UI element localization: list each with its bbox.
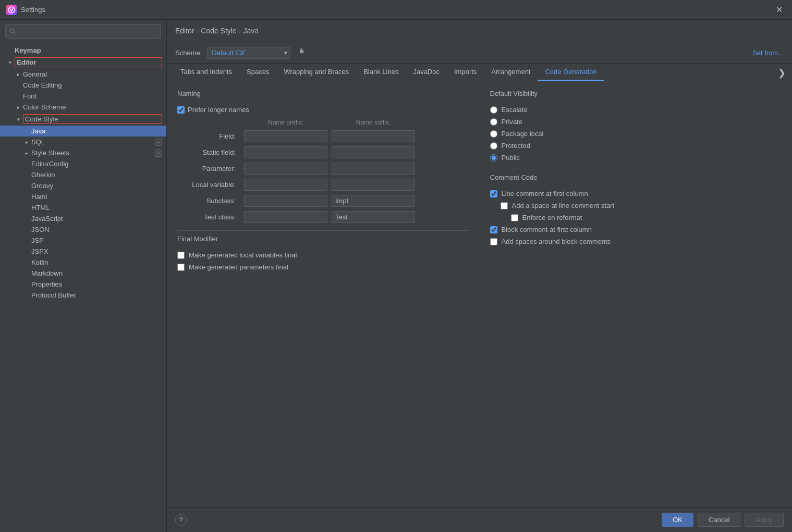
escalate-label: Escalate — [502, 106, 528, 114]
public-radio[interactable] — [490, 154, 497, 162]
sidebar-item-jspx[interactable]: JSPX — [0, 246, 166, 257]
sidebar-item-properties[interactable]: Properties — [0, 279, 166, 290]
tab-spaces[interactable]: Spaces — [239, 64, 276, 81]
line-comment-first-col-label: Line comment at first column — [502, 190, 588, 197]
escalate-radio[interactable] — [490, 106, 497, 114]
sidebar-item-font[interactable]: Font — [0, 91, 166, 102]
private-radio[interactable] — [490, 118, 497, 126]
sidebar-item-code-editing[interactable]: Code Editing — [0, 80, 166, 91]
field-suffix-input[interactable] — [332, 130, 415, 142]
prefer-longer-checkbox[interactable] — [177, 106, 185, 114]
add-space-line-comment-label: Add a space at line comment start — [512, 202, 615, 209]
tab-javadoc[interactable]: JavaDoc — [406, 64, 447, 81]
divider-1 — [177, 230, 469, 231]
sidebar-item-javascript[interactable]: JavaScript — [0, 213, 166, 224]
sidebar-item-json[interactable]: JSON — [0, 224, 166, 235]
search-input[interactable] — [18, 28, 156, 35]
block-comment-first-col-item: Block comment at first column — [490, 226, 782, 233]
tab-code-generation[interactable]: Code Generation — [538, 64, 604, 81]
final-local-vars-checkbox[interactable] — [177, 252, 185, 259]
tab-imports[interactable]: Imports — [447, 64, 484, 81]
sidebar-tree: Keymap ▾ Editor ▸ General Code Editing — [0, 43, 166, 532]
back-button[interactable]: ← — [752, 25, 767, 36]
block-comment-first-col-checkbox[interactable] — [490, 226, 497, 233]
titlebar: Settings ✕ — [0, 0, 792, 20]
visibility-protected: Protected — [490, 142, 782, 150]
param-prefix-input[interactable] — [244, 163, 327, 175]
scheme-label: Scheme: — [175, 49, 202, 57]
settings-window: Settings ✕ Keymap — [0, 0, 792, 532]
tab-blank-lines[interactable]: Blank Lines — [356, 64, 406, 81]
line-comment-first-col-checkbox[interactable] — [490, 190, 497, 197]
comment-code-title: Comment Code — [490, 174, 782, 183]
protected-label: Protected — [502, 142, 531, 150]
tab-arrangement[interactable]: Arrangement — [484, 64, 538, 81]
apply-button[interactable]: Apply — [745, 513, 784, 527]
nav-arrows: ← → — [752, 25, 784, 36]
sidebar-item-markdown[interactable]: Markdown — [0, 268, 166, 279]
sidebar-item-keymap[interactable]: Keymap — [0, 45, 166, 56]
right-col: Default Visibility Escalate Private — [490, 90, 782, 271]
static-suffix-input[interactable] — [332, 146, 415, 158]
sidebar-item-gherkin[interactable]: Gherkin — [0, 169, 166, 180]
naming-testclass-label: Test class: — [177, 213, 240, 221]
two-col-layout: Naming Prefer longer names Name prefix: … — [177, 90, 782, 271]
tab-wrapping[interactable]: Wrapping and Braces — [276, 64, 356, 81]
breadcrumb-part-java: Java — [243, 27, 259, 35]
enforce-on-reformat-checkbox[interactable] — [511, 214, 518, 221]
field-prefix-input[interactable] — [244, 130, 327, 142]
tabs-more-button[interactable]: ❯ — [778, 67, 786, 81]
expand-arrow: ▾ — [6, 60, 14, 65]
localvar-suffix-input[interactable] — [332, 179, 415, 191]
static-prefix-input[interactable] — [244, 146, 327, 158]
sidebar-item-color-scheme[interactable]: ▸ Color Scheme — [0, 102, 166, 113]
gear-icon — [298, 47, 306, 56]
breadcrumb-bar: Editor › Code Style › Java ← → — [167, 20, 792, 42]
localvar-prefix-input[interactable] — [244, 179, 327, 191]
sidebar-item-editorconfig[interactable]: EditorConfig — [0, 158, 166, 169]
sidebar-item-code-style[interactable]: ▾ Code Style — [0, 113, 166, 126]
gear-button[interactable] — [296, 46, 308, 59]
param-suffix-input[interactable] — [332, 163, 415, 175]
package-local-radio[interactable] — [490, 130, 497, 138]
sidebar-item-java[interactable]: Java — [0, 126, 166, 137]
sql-badge: ≡ — [155, 139, 162, 146]
sidebar-item-general[interactable]: ▸ General — [0, 69, 166, 80]
sidebar-item-protocol-buffer[interactable]: Protocol Buffer — [0, 290, 166, 301]
sidebar-item-kotlin[interactable]: Kotlin — [0, 257, 166, 268]
tab-tabs-indents[interactable]: Tabs and Indents — [173, 64, 239, 81]
close-button[interactable]: ✕ — [773, 4, 786, 16]
subclass-prefix-input[interactable] — [244, 195, 327, 207]
divider-2 — [490, 169, 782, 169]
naming-title: Naming — [177, 90, 469, 100]
sidebar-item-groovy[interactable]: Groovy — [0, 180, 166, 191]
sidebar-item-style-sheets[interactable]: ▸ Style Sheets ≡ — [0, 147, 166, 158]
sidebar-item-sql[interactable]: ▸ SQL ≡ — [0, 137, 166, 147]
sidebar-item-html[interactable]: HTML — [0, 202, 166, 213]
set-from-link[interactable]: Set from... — [752, 49, 784, 57]
enforce-on-reformat-label: Enforce on reformat — [522, 214, 582, 221]
scheme-dropdown[interactable]: Default IDE — [207, 47, 290, 59]
sidebar-item-editor[interactable]: ▾ Editor — [0, 56, 166, 69]
sidebar: Keymap ▾ Editor ▸ General Code Editing — [0, 20, 167, 532]
breadcrumb: Editor › Code Style › Java — [175, 27, 752, 35]
testclass-suffix-input[interactable] — [332, 211, 415, 223]
forward-button[interactable]: → — [769, 25, 784, 36]
search-icon — [10, 28, 16, 34]
protected-radio[interactable] — [490, 142, 497, 150]
add-space-line-comment-checkbox[interactable] — [501, 202, 508, 209]
line-comment-first-col-item: Line comment at first column — [490, 190, 782, 197]
sidebar-item-jsp[interactable]: JSP — [0, 235, 166, 246]
scheme-bar: Scheme: Default IDE Set from... — [167, 42, 792, 64]
final-params-checkbox[interactable] — [177, 264, 185, 271]
add-spaces-block-comments-checkbox[interactable] — [490, 238, 497, 245]
help-button[interactable]: ? — [175, 514, 187, 526]
ok-button[interactable]: OK — [662, 513, 693, 527]
cancel-button[interactable]: Cancel — [698, 513, 740, 527]
naming-subclass-label: Subclass: — [177, 197, 240, 205]
final-modifier-checkboxes: Make generated local variables final Mak… — [177, 251, 469, 271]
subclass-suffix-input[interactable] — [332, 195, 415, 207]
testclass-prefix-input[interactable] — [244, 211, 327, 223]
expand-arrow: ▸ — [15, 72, 22, 77]
sidebar-item-haml[interactable]: Haml — [0, 191, 166, 202]
